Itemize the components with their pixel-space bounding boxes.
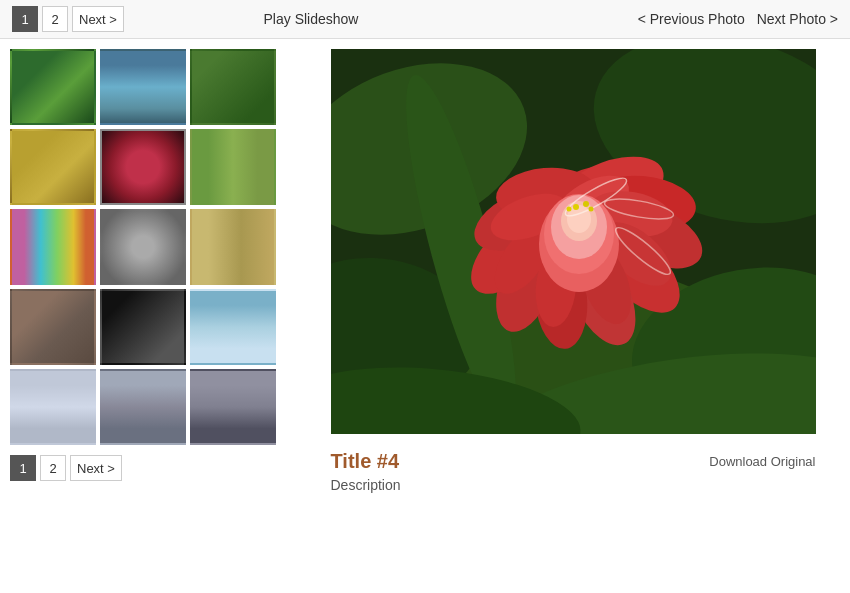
thumbnail-3[interactable] <box>190 49 276 125</box>
main-layout: 1 2 Next > <box>0 39 850 503</box>
page-1-button-top[interactable]: 1 <box>12 6 38 32</box>
next-photo-button[interactable]: Next Photo > <box>757 11 838 27</box>
thumbnail-15[interactable] <box>190 369 276 445</box>
page-2-button-top[interactable]: 2 <box>42 6 68 32</box>
play-slideshow-button[interactable]: Play Slideshow <box>264 11 359 27</box>
page-2-button-bottom[interactable]: 2 <box>40 455 66 481</box>
next-button-top[interactable]: Next > <box>72 6 124 32</box>
thumbnail-panel: 1 2 Next > <box>10 49 290 493</box>
svg-point-36 <box>588 207 593 212</box>
thumbnail-1[interactable] <box>10 49 96 125</box>
main-photo-area: Title #4 Download Original Description <box>306 49 840 493</box>
thumbnail-12[interactable] <box>190 289 276 365</box>
main-photo-image <box>331 49 816 434</box>
svg-point-33 <box>573 204 579 210</box>
pagination-bottom: 1 2 Next > <box>10 455 290 481</box>
thumbnail-5[interactable] <box>100 129 186 205</box>
pagination-top: 1 2 Next > <box>12 6 124 32</box>
thumbnail-8[interactable] <box>100 209 186 285</box>
svg-point-35 <box>566 207 571 212</box>
photo-nav-buttons: < Previous Photo Next Photo > <box>638 11 838 27</box>
photo-title-row: Title #4 Download Original <box>331 450 816 473</box>
svg-point-34 <box>583 201 589 207</box>
thumbnail-6[interactable] <box>190 129 276 205</box>
photo-description: Description <box>331 477 816 493</box>
thumbnail-9[interactable] <box>190 209 276 285</box>
photo-title: Title #4 <box>331 450 400 473</box>
thumbnail-4[interactable] <box>10 129 96 205</box>
thumbnail-7[interactable] <box>10 209 96 285</box>
thumbnail-14[interactable] <box>100 369 186 445</box>
thumbnail-2[interactable] <box>100 49 186 125</box>
thumbnail-grid <box>10 49 290 445</box>
download-original-link[interactable]: Download Original <box>709 454 815 469</box>
previous-photo-button[interactable]: < Previous Photo <box>638 11 745 27</box>
thumbnail-10[interactable] <box>10 289 96 365</box>
page-1-button-bottom[interactable]: 1 <box>10 455 36 481</box>
thumbnail-11[interactable] <box>100 289 186 365</box>
thumbnail-13[interactable] <box>10 369 96 445</box>
photo-info: Title #4 Download Original Description <box>331 450 816 493</box>
top-bar: 1 2 Next > Play Slideshow < Previous Pho… <box>0 0 850 39</box>
next-button-bottom[interactable]: Next > <box>70 455 122 481</box>
main-photo-container <box>331 49 816 434</box>
